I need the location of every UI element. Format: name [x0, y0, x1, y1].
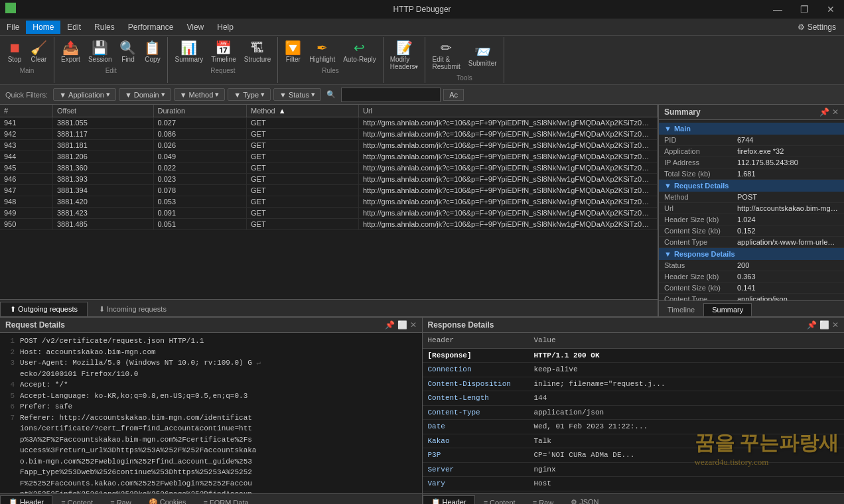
session-label: Session: [88, 56, 112, 63]
summary-val-method: POST: [737, 193, 839, 201]
modify-headers-button[interactable]: 📝 ModifyHeaders▾: [386, 38, 423, 73]
col-method: Method ▲: [247, 105, 359, 117]
tab-incoming[interactable]: ⬇ Incoming requests: [89, 302, 176, 316]
tab-req-header[interactable]: 📋 Header: [0, 495, 52, 504]
clear-button[interactable]: 🧹 Clear: [27, 38, 51, 66]
summary-section-main[interactable]: ▼ Main: [659, 123, 844, 135]
cell-num: 941: [0, 117, 52, 129]
response-row-p3p: P3P CP='NOI CURa ADMa DE...: [423, 448, 845, 463]
collapse-icon-3: ▼: [664, 250, 671, 258]
table-row[interactable]: 944 3881.206 0.049 GET http://gms.ahnlab…: [0, 151, 658, 162]
menu-rules[interactable]: Rules: [88, 21, 121, 34]
response-row-status: [Response] HTTP/1.1 200 OK: [423, 348, 845, 363]
pin-request-icon[interactable]: 📌: [385, 320, 395, 330]
cell-num: 950: [0, 219, 52, 230]
close-response-button[interactable]: ✕: [832, 320, 839, 330]
table-row[interactable]: 941 3881.055 0.027 GET http://gms.ahnlab…: [0, 117, 658, 129]
response-details-controls: 📌 ⬜ ✕: [807, 320, 839, 330]
maximize-response-icon[interactable]: ⬜: [819, 320, 829, 330]
tab-resp-raw[interactable]: ≡ Raw: [524, 496, 562, 504]
pin-response-icon[interactable]: 📌: [807, 320, 817, 330]
cell-method: GET: [247, 151, 359, 162]
filter-domain-button[interactable]: ▼ Domain ▾: [119, 88, 171, 101]
tab-resp-content[interactable]: ≡ Content: [475, 496, 524, 504]
table-row[interactable]: 947 3881.394 0.078 GET http://gms.ahnlab…: [0, 185, 658, 196]
copy-label: Copy: [145, 56, 160, 63]
table-row[interactable]: 945 3881.360 0.022 GET http://gms.ahnlab…: [0, 162, 658, 174]
find-button[interactable]: 🔍 Find: [115, 38, 140, 66]
menu-file[interactable]: File: [0, 21, 26, 34]
minimize-button[interactable]: —: [764, 0, 791, 19]
resp-val-p3p: CP='NOI CURa ADMa DE...: [529, 448, 845, 463]
resp-key-connection: Connection: [423, 363, 529, 377]
cell-duration: 0.078: [153, 185, 246, 196]
table-header-row: # Offset Duration Method ▲ Url: [0, 105, 658, 117]
summary-key-resp-header-size: Header Size (kb): [664, 273, 737, 281]
filter-method-button[interactable]: ▼ Method ▾: [174, 88, 226, 101]
summary-val-ip: 112.175.85.243:80: [737, 158, 839, 166]
tab-req-cookies[interactable]: 🍪 Cookies: [140, 495, 195, 504]
stop-button[interactable]: ⏹ Stop: [3, 38, 27, 66]
auto-reply-button[interactable]: ↩ Auto-Reply: [339, 38, 380, 66]
filter-status-label: Status: [289, 91, 309, 99]
tab-outgoing[interactable]: ⬆ Outgoing requests: [0, 302, 88, 316]
tab-resp-header[interactable]: 📋 Header: [423, 495, 475, 504]
submitter-button[interactable]: 📨 Submitter: [464, 38, 501, 73]
summary-panel-header: Summary 📌 ✕: [659, 105, 844, 120]
highlight-button[interactable]: ✒ Highlight: [305, 38, 339, 66]
summary-section-request[interactable]: ▼ Request Details: [659, 180, 844, 192]
search-input[interactable]: [341, 88, 441, 102]
table-row[interactable]: 949 3881.423 0.091 GET http://gms.ahnlab…: [0, 208, 658, 219]
settings-button[interactable]: ⚙ Settings: [790, 21, 844, 34]
export-button[interactable]: 📤 Export: [57, 38, 84, 66]
tab-timeline[interactable]: Timeline: [659, 303, 703, 316]
summary-row-resp-content-type: Content Type application/json: [659, 294, 844, 300]
tab-req-formdata[interactable]: ≡ FORM Data: [194, 496, 257, 504]
filter-button[interactable]: 🔽 Filter: [281, 38, 305, 66]
menu-edit[interactable]: Edit: [60, 21, 88, 34]
close-button[interactable]: ✕: [817, 0, 844, 19]
cell-url: http://gms.ahnlab.com/jk?c=106&p=F+9PYpi…: [359, 185, 658, 196]
close-request-button[interactable]: ✕: [410, 320, 417, 330]
summary-button[interactable]: 📊 Summary: [171, 38, 207, 66]
tab-req-content[interactable]: ≡ Content: [52, 496, 102, 504]
toolbar-group-modify: 📝 ModifyHeaders▾: [384, 37, 426, 83]
menu-help[interactable]: Help: [210, 21, 240, 34]
auto-reply-icon: ↩: [354, 41, 365, 54]
pin-icon[interactable]: 📌: [819, 107, 829, 117]
tab-summary[interactable]: Summary: [703, 303, 752, 316]
ac-button[interactable]: Ac: [443, 89, 464, 101]
toolbar-group-tools: ✏ Edit &Resubmit 📨 Submitter Tools: [425, 37, 504, 83]
menubar: File Home Edit Rules Performance View He…: [0, 19, 844, 36]
table-row[interactable]: 942 3881.117 0.086 GET http://gms.ahnlab…: [0, 129, 658, 140]
tab-req-raw[interactable]: ≡ Raw: [102, 496, 139, 504]
summary-section-response[interactable]: ▼ Response Details: [659, 248, 844, 260]
edit-resubmit-label: Edit &Resubmit: [432, 56, 460, 70]
menu-home[interactable]: Home: [26, 21, 60, 34]
structure-button[interactable]: 🏗 Structure: [240, 38, 275, 66]
menu-performance[interactable]: Performance: [121, 21, 180, 34]
cell-num: 946: [0, 174, 52, 185]
filter-status-button[interactable]: ▼ Status ▾: [273, 88, 321, 101]
close-summary-button[interactable]: ✕: [832, 107, 839, 117]
filter-application-button[interactable]: ▼ Application ▾: [53, 88, 116, 101]
col-value: Value: [529, 333, 845, 348]
tab-resp-json[interactable]: ⚙ JSON: [562, 495, 607, 504]
table-row[interactable]: 948 3881.420 0.053 GET http://gms.ahnlab…: [0, 196, 658, 208]
timeline-button[interactable]: 📅 Timeline: [207, 38, 240, 66]
table-row[interactable]: 943 3881.181 0.026 GET http://gms.ahnlab…: [0, 140, 658, 151]
summary-val-totalsize: 1.681: [737, 170, 839, 178]
cell-method: GET: [247, 208, 359, 219]
filter-type-button[interactable]: ▼ Type ▾: [228, 88, 271, 101]
cell-num: 948: [0, 196, 52, 208]
maximize-button[interactable]: ❐: [791, 0, 817, 19]
summary-key-url: Url: [664, 204, 737, 212]
copy-button[interactable]: 📋 Copy: [140, 38, 165, 66]
edit-resubmit-button[interactable]: ✏ Edit &Resubmit: [428, 38, 464, 73]
table-row[interactable]: 950 3881.485 0.051 GET http://gms.ahnlab…: [0, 219, 658, 230]
menu-view[interactable]: View: [180, 21, 210, 34]
cell-offset: 3881.360: [52, 162, 153, 174]
table-row[interactable]: 946 3881.393 0.023 GET http://gms.ahnlab…: [0, 174, 658, 185]
maximize-request-icon[interactable]: ⬜: [397, 320, 407, 330]
session-button[interactable]: 💾 Session: [84, 38, 116, 66]
